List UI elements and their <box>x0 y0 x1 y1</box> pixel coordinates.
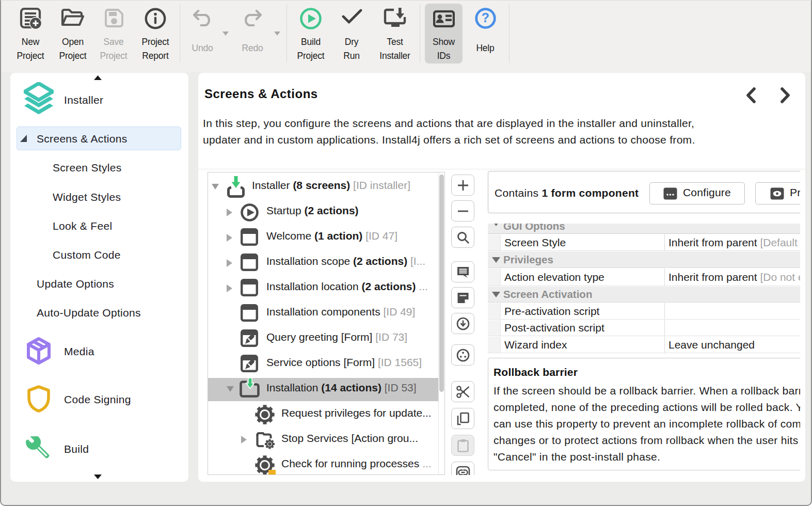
svg-text:?: ? <box>482 10 489 25</box>
